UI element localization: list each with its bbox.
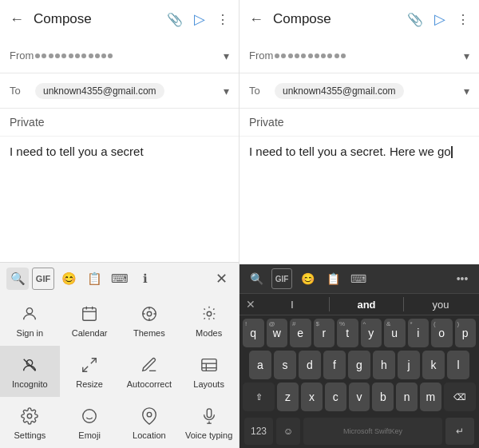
right-kb-gif[interactable]: GIF [271, 268, 292, 289]
autocomplete-word-1[interactable]: l [260, 299, 324, 311]
back-button-left[interactable]: ← [10, 11, 24, 28]
right-kb-emoji[interactable]: 😊 [297, 268, 318, 289]
menu-item-sign-in[interactable]: Sign in [0, 295, 60, 346]
key-emoji-bottom[interactable]: ☺ [276, 418, 300, 445]
key-e[interactable]: #e [290, 319, 311, 347]
key-j[interactable]: j [398, 351, 420, 379]
resize-icon [78, 354, 101, 376]
from-label-left: From [10, 50, 35, 61]
key-u[interactable]: &u [384, 319, 406, 347]
to-chip-left[interactable]: unknown4355@gmail.com [35, 83, 164, 99]
key-b[interactable]: b [372, 383, 394, 411]
key-backspace[interactable]: ⌫ [444, 383, 476, 411]
menu-item-settings[interactable]: Settings [0, 397, 60, 448]
kb-emoji-icon[interactable]: 😊 [57, 268, 80, 290]
keyboard-panel-left: 🔍 GIF 😊 📋 ⌨ ℹ ✕ Sign in [0, 262, 239, 448]
key-a[interactable]: a [249, 351, 271, 379]
settings-icon [18, 405, 41, 427]
more-icon-right[interactable]: ⋮ [457, 12, 469, 27]
key-z[interactable]: z [277, 383, 299, 411]
from-value-right [275, 54, 461, 58]
subject-row-left: Private [0, 109, 239, 137]
to-label-left: To [10, 85, 35, 97]
key-k[interactable]: k [422, 351, 445, 379]
incognito-icon [18, 354, 41, 376]
autocomplete-close[interactable]: ✕ [246, 298, 255, 311]
key-g[interactable]: g [348, 351, 370, 379]
svg-point-17 [83, 410, 97, 423]
kb-close-icon[interactable]: ✕ [210, 268, 232, 290]
kb-gif-icon[interactable]: GIF [32, 268, 54, 290]
to-chip-right[interactable]: unknown4355@gmail.com [275, 83, 404, 99]
kb-search-icon[interactable]: 🔍 [6, 268, 29, 290]
from-label-right: From [249, 50, 275, 61]
from-dropdown-right[interactable]: ▾ [464, 50, 469, 62]
back-button-right[interactable]: ← [249, 11, 263, 28]
svg-point-7 [207, 311, 212, 316]
right-panel: ← Compose 📎 ▷ ⋮ From ▾ To unknown4355@gm… [240, 0, 479, 448]
to-dropdown-left[interactable]: ▾ [224, 85, 229, 97]
from-field-right: From ▾ [240, 38, 479, 73]
autocomplete-word-2[interactable]: and [335, 299, 398, 311]
attachment-icon-left[interactable]: 📎 [167, 12, 183, 27]
key-numbers[interactable]: 123 [244, 418, 273, 445]
menu-item-emoji[interactable]: Emoji [60, 397, 120, 448]
send-icon-right[interactable]: ▷ [434, 10, 445, 28]
key-x[interactable]: x [301, 383, 323, 411]
key-v[interactable]: v [349, 383, 370, 411]
more-icon-left[interactable]: ⋮ [216, 12, 229, 27]
key-q[interactable]: !q [243, 319, 264, 347]
menu-item-location[interactable]: Location [120, 397, 180, 448]
attachment-icon-right[interactable]: 📎 [407, 12, 423, 27]
menu-item-layouts[interactable]: Layouts [179, 346, 239, 397]
key-n[interactable]: n [396, 383, 418, 411]
right-kb-search[interactable]: 🔍 [246, 268, 267, 289]
key-o[interactable]: (o [431, 319, 453, 347]
to-value-right[interactable]: unknown4355@gmail.com [275, 83, 461, 99]
menu-item-themes[interactable]: Themes [120, 295, 180, 346]
key-t[interactable]: %t [337, 319, 358, 347]
right-kb-flow[interactable]: ⌨ [348, 268, 369, 289]
key-enter[interactable]: ↵ [445, 418, 474, 445]
compose-title-right: Compose [273, 11, 407, 27]
left-panel: ← Compose 📎 ▷ ⋮ From ▾ To unknown4355@gm… [0, 0, 240, 448]
key-r[interactable]: $r [314, 319, 335, 347]
right-kb-more[interactable]: ••• [452, 268, 473, 289]
key-h[interactable]: h [373, 351, 395, 379]
to-value-left[interactable]: unknown4355@gmail.com [35, 83, 220, 99]
key-f[interactable]: f [323, 351, 346, 379]
body-area-right[interactable]: I need to tell you a secret. Here we go [240, 137, 479, 264]
autocomplete-word-3[interactable]: you [409, 299, 473, 311]
sign-in-icon [18, 303, 41, 325]
kb-clipboard-icon[interactable]: 📋 [83, 268, 105, 290]
right-keyboard: 🔍 GIF 😊 📋 ⌨ ••• ✕ l and you !q @w #e $r [240, 264, 479, 448]
kb-rows: !q @w #e $r %t ^y &u *i (o )p a s d f g … [240, 315, 479, 414]
key-shift[interactable]: ⇧ [243, 383, 275, 411]
from-dropdown-left[interactable]: ▾ [224, 50, 229, 62]
menu-item-autocorrect[interactable]: Autocorrect [120, 346, 180, 397]
to-dropdown-right[interactable]: ▾ [464, 85, 469, 97]
menu-item-voice-typing[interactable]: Voice typing [179, 397, 239, 448]
key-s[interactable]: s [274, 351, 296, 379]
key-l[interactable]: l [447, 351, 469, 379]
body-area-left[interactable]: I need to tell you a secret [0, 137, 239, 262]
kb-info-icon[interactable]: ℹ [134, 268, 156, 290]
key-space[interactable]: Microsoft SwiftKey [303, 418, 442, 445]
key-i[interactable]: *i [408, 319, 430, 347]
kb-flow-icon[interactable]: ⌨ [109, 268, 131, 290]
menu-item-incognito[interactable]: Incognito [0, 346, 60, 397]
menu-item-resize[interactable]: Resize [60, 346, 120, 397]
subject-row-right: Private [240, 109, 479, 137]
send-icon-left[interactable]: ▷ [194, 10, 205, 28]
key-c[interactable]: c [325, 383, 346, 411]
key-m[interactable]: m [420, 383, 441, 411]
key-d[interactable]: d [299, 351, 321, 379]
key-y[interactable]: ^y [361, 319, 382, 347]
svg-line-11 [83, 367, 88, 371]
key-p[interactable]: )p [455, 319, 477, 347]
menu-item-calendar[interactable]: Calendar [60, 295, 120, 346]
right-kb-clipboard[interactable]: 📋 [323, 268, 343, 289]
key-w[interactable]: @w [267, 319, 288, 347]
menu-item-modes[interactable]: Modes [179, 295, 239, 346]
autocorrect-icon [138, 354, 160, 376]
